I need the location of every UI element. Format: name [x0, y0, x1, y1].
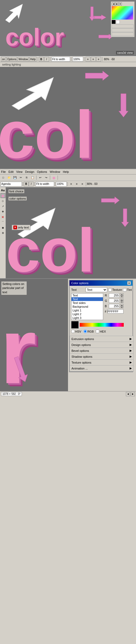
font-dropdown[interactable]: Agenda [1, 182, 22, 186]
tool-x[interactable]: ✕ [1, 215, 5, 219]
align-center[interactable]: ≡ [91, 57, 96, 62]
status-icon2[interactable]: ▶ [131, 392, 135, 396]
cut-btn[interactable]: ✂ [18, 175, 23, 180]
rgb-radio-label[interactable]: RGB [83, 330, 94, 333]
dropdown-item-text[interactable]: Text [71, 294, 103, 297]
tool-eye[interactable]: ◉ [1, 225, 5, 230]
g-spinner[interactable]: ▲ ▼ [120, 299, 123, 303]
zoom-dropdown[interactable]: 100% [73, 57, 83, 62]
copy-btn[interactable]: ⎘ [24, 175, 29, 180]
view-menu[interactable]: View [16, 170, 23, 173]
lighting-view: col col col [0, 67, 136, 169]
extrusion-options[interactable]: Extrusion options ▶ [70, 336, 133, 342]
dropdown-list[interactable]: Text Text Text sides Background Light 1 … [71, 293, 103, 320]
tint-checkbox-label[interactable]: Tint [123, 288, 132, 292]
color-wheel-btn[interactable]: ◉ [51, 175, 57, 180]
tool-shape[interactable]: ◇ [1, 199, 5, 203]
texture-checkbox-label[interactable]: Texture [108, 288, 122, 292]
dropdown-item-light1[interactable]: Light 1 [71, 308, 103, 312]
bold-btn[interactable]: B [39, 57, 44, 62]
tint-checkbox[interactable] [123, 288, 126, 292]
status-icon1[interactable]: ◀ [126, 392, 130, 396]
tool-arrow[interactable]: ↗ [1, 204, 5, 209]
b-spinner[interactable]: ▲ ▼ [120, 304, 123, 308]
hsv-radio-label[interactable]: HSV [71, 330, 81, 333]
paste-btn[interactable]: 📋 [30, 175, 35, 180]
g-down[interactable]: ▼ [120, 301, 123, 303]
tool-text[interactable]: Aa [1, 188, 5, 193]
texture-options[interactable]: Texture options ▶ [70, 360, 133, 365]
left-toolbar: Aa ◉ ◇ ↗ ✥ ✕ ⌒ ◉ ⚙ [0, 187, 6, 278]
texture-checkbox[interactable] [108, 288, 112, 292]
hex-input[interactable] [107, 309, 123, 314]
dropdown-item-background[interactable]: Background [71, 305, 103, 308]
b-up[interactable]: ▲ [120, 304, 123, 306]
sep [67, 182, 68, 186]
sep [86, 182, 86, 186]
color-target-select[interactable]: Text Text sides Background Light 1 Light… [86, 287, 107, 292]
panel-item [112, 28, 134, 32]
r-up[interactable]: ▲ [120, 293, 123, 295]
fit-dropdown2[interactable]: Fit to width [35, 182, 54, 186]
hex-check[interactable] [96, 330, 99, 333]
open-btn[interactable]: 📁 [6, 175, 12, 180]
design-options[interactable]: Design options ▶ [70, 342, 133, 348]
tool-move[interactable]: ✥ [1, 209, 5, 214]
g-input[interactable] [109, 299, 119, 303]
dropdown-item-text-selected[interactable]: Text [71, 297, 103, 301]
animation-options[interactable]: Animation ... ▶ [70, 365, 133, 371]
options-btn[interactable]: Options [6, 57, 17, 62]
tool-color[interactable]: ◉ [1, 193, 5, 198]
align-left[interactable]: ≡ [86, 57, 90, 62]
b-down[interactable]: ▼ [120, 306, 123, 308]
align-right[interactable]: ≡ [96, 57, 101, 62]
hsv-radio[interactable] [71, 330, 75, 333]
dropdown-item-textsides[interactable]: Text sides [71, 301, 103, 305]
file-menu[interactable]: File [1, 170, 6, 173]
redo-btn[interactable]: ↪ [43, 175, 49, 180]
italic-btn[interactable]: I [44, 57, 49, 62]
shadow-options[interactable]: Shadow options ▶ [70, 354, 133, 360]
tool-curve[interactable]: ⌒ [1, 220, 5, 225]
align-l[interactable]: ≡ [69, 181, 74, 187]
window-menu2[interactable]: Window [50, 170, 60, 173]
swatch-row [71, 321, 131, 329]
rgb-radio[interactable] [83, 330, 87, 333]
tool-gear[interactable]: ⚙ [1, 231, 5, 235]
bevel-options[interactable]: Bevel options ▶ [70, 348, 133, 354]
bold-btn2[interactable]: B [24, 182, 29, 186]
color-spectrum[interactable] [80, 323, 124, 327]
undo-btn[interactable]: ↩ [38, 175, 43, 180]
svg-marker-10 [12, 78, 53, 110]
design-menu[interactable]: Design [25, 170, 34, 173]
window-menu[interactable]: Window [18, 57, 29, 62]
r-spinner[interactable]: ▲ ▼ [120, 293, 123, 298]
align-c[interactable]: ≡ [74, 181, 79, 187]
arrow-pink-font1 [101, 197, 120, 207]
separator [38, 57, 38, 61]
g-up[interactable]: ▲ [120, 299, 123, 301]
hex-radio-label[interactable]: HEX [96, 330, 106, 333]
fit-dropdown[interactable]: Fit to width [51, 57, 70, 62]
sep [36, 176, 37, 180]
edit-menu[interactable]: Edit [9, 170, 14, 173]
dropdown-item-light3[interactable]: Light 3 [71, 316, 103, 320]
color-layout: Setting colors on particular part of tex… [0, 279, 136, 391]
new-btn[interactable]: □ [1, 175, 6, 180]
options-menu2[interactable]: Options [37, 170, 47, 173]
dropdown-item-light2[interactable]: Light 2 [71, 312, 103, 316]
help-menu[interactable]: Help [29, 57, 37, 62]
italic-btn2[interactable]: I [29, 182, 34, 186]
arrow-big-white [11, 75, 59, 107]
r-down[interactable]: ▼ [120, 295, 123, 298]
dialog-close-btn[interactable]: ✕ [127, 281, 131, 285]
expand-icon: ▶ [130, 337, 132, 341]
svg-marker-17 [101, 197, 119, 204]
save-btn[interactable]: 💾 [12, 175, 18, 180]
zoom-dropdown2[interactable]: 100% [56, 182, 67, 186]
r-input[interactable] [109, 293, 119, 298]
help-menu2[interactable]: Help [63, 170, 69, 173]
options-menu[interactable]: on [1, 57, 6, 62]
b-input[interactable] [109, 304, 119, 308]
align-r[interactable]: ≡ [80, 181, 85, 187]
